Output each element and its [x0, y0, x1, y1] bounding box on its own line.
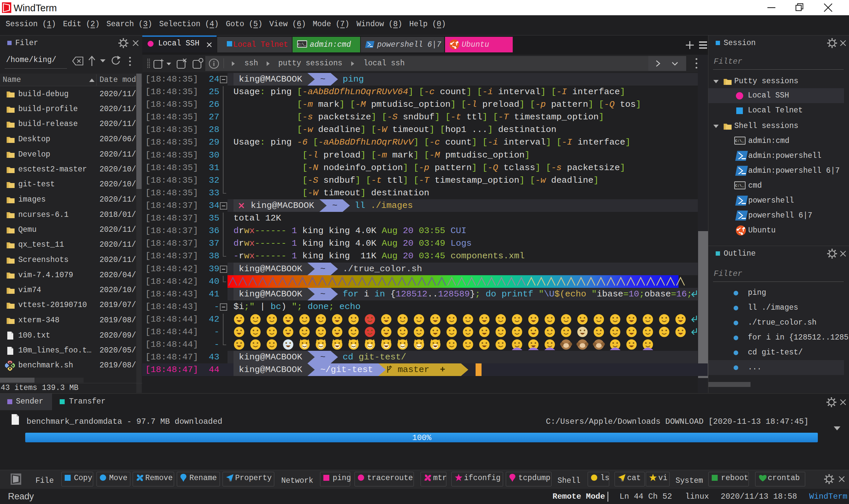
svg-text:C:\_: C:\_	[735, 184, 744, 188]
svg-text:C:\_: C:\_	[298, 42, 306, 47]
svg-text:C:\_: C:\_	[735, 139, 744, 143]
